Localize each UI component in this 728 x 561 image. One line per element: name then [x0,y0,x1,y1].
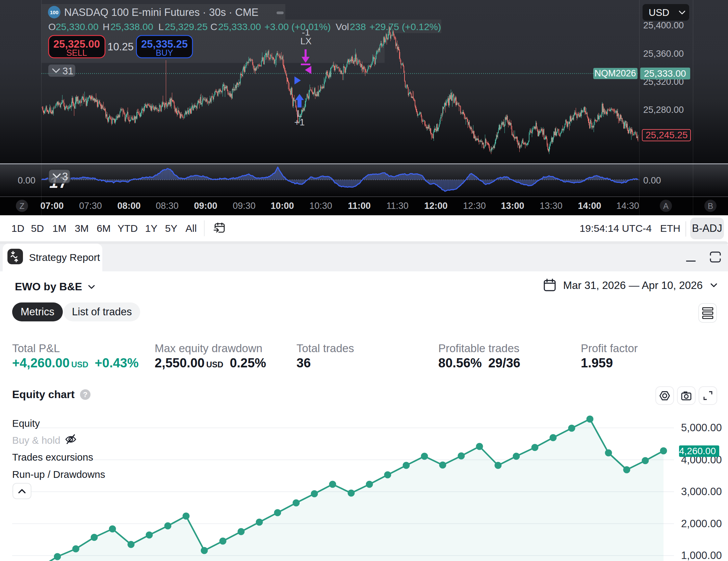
svg-text:BUY: BUY [156,48,173,57]
svg-text:238: 238 [350,21,366,32]
svg-text:O: O [48,21,56,32]
svg-text:25,280.00: 25,280.00 [643,105,684,115]
svg-text:NQM2026: NQM2026 [594,68,636,78]
svg-text:0.00: 0.00 [18,175,35,186]
svg-text:+3.00 (+0.01%): +3.00 (+0.01%) [264,21,331,32]
svg-text:10:30: 10:30 [309,201,332,211]
svg-text:25,360.00: 25,360.00 [643,49,684,59]
svg-text:25,400.00: 25,400.00 [643,20,684,30]
svg-text:NASDAQ 100 E-mini Futures · 30: NASDAQ 100 E-mini Futures · 30s · CME [64,6,258,18]
svg-text:10.25: 10.25 [107,41,134,53]
svg-text:14:30: 14:30 [616,201,639,211]
svg-text:+29.75 (+0.12%): +29.75 (+0.12%) [369,21,441,32]
svg-text:14:00: 14:00 [578,201,601,211]
svg-text:08:00: 08:00 [117,201,140,211]
svg-text:13:00: 13:00 [501,201,524,211]
svg-text:11:30: 11:30 [386,201,409,211]
svg-text:25,333.00: 25,333.00 [644,68,686,79]
svg-text:31: 31 [62,66,73,76]
svg-text:25,329.25: 25,329.25 [165,21,208,32]
svg-text:09:30: 09:30 [233,201,256,211]
svg-text:0.00: 0.00 [643,175,661,186]
svg-text:USD: USD [649,7,669,18]
svg-text:10:00: 10:00 [270,201,294,211]
svg-text:Z: Z [20,201,25,211]
svg-text:C: C [210,21,217,32]
svg-text:25,245.25: 25,245.25 [646,130,688,140]
svg-text:09:00: 09:00 [194,201,217,211]
svg-text:13:30: 13:30 [540,201,563,211]
svg-text:A: A [663,201,669,211]
svg-text:B: B [708,201,713,211]
svg-text:SELL: SELL [66,48,87,57]
svg-text:07:30: 07:30 [79,201,102,211]
svg-text:12:30: 12:30 [463,201,486,211]
svg-text:07:00: 07:00 [40,201,63,211]
svg-text:100: 100 [50,9,58,15]
svg-text:L: L [158,21,164,32]
svg-text:3: 3 [62,171,68,182]
svg-text:25,330.00: 25,330.00 [56,21,99,32]
svg-text:08:30: 08:30 [156,201,179,211]
svg-text:25,333.00: 25,333.00 [218,21,261,32]
svg-text:12:00: 12:00 [424,201,447,211]
svg-text:LX: LX [300,36,311,46]
svg-text:11:00: 11:00 [348,201,371,211]
svg-text:25,338.00: 25,338.00 [110,21,153,32]
svg-text:Vol: Vol [336,21,349,32]
svg-text:H: H [103,21,110,32]
svg-text:+1: +1 [294,117,305,127]
